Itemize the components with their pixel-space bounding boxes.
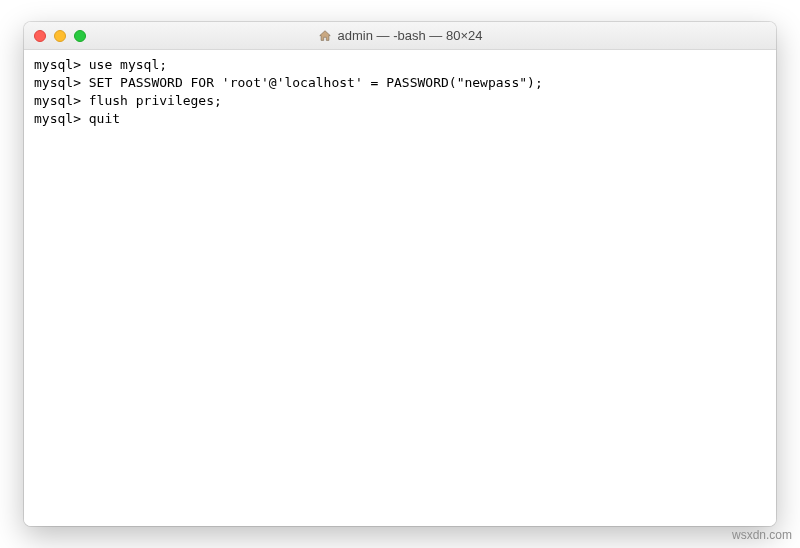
traffic-lights <box>24 30 86 42</box>
window-title: admin — -bash — 80×24 <box>338 28 483 43</box>
close-button[interactable] <box>34 30 46 42</box>
maximize-button[interactable] <box>74 30 86 42</box>
terminal-line: mysql> quit <box>34 110 766 128</box>
minimize-button[interactable] <box>54 30 66 42</box>
terminal-window: admin — -bash — 80×24 mysql> use mysql;m… <box>24 22 776 526</box>
terminal-line: mysql> SET PASSWORD FOR 'root'@'localhos… <box>34 74 766 92</box>
terminal-line: mysql> use mysql; <box>34 56 766 74</box>
home-icon <box>318 29 332 43</box>
titlebar[interactable]: admin — -bash — 80×24 <box>24 22 776 50</box>
window-title-wrapper: admin — -bash — 80×24 <box>24 28 776 43</box>
watermark: wsxdn.com <box>732 528 792 542</box>
terminal-line: mysql> flush privileges; <box>34 92 766 110</box>
terminal-body[interactable]: mysql> use mysql;mysql> SET PASSWORD FOR… <box>24 50 776 526</box>
